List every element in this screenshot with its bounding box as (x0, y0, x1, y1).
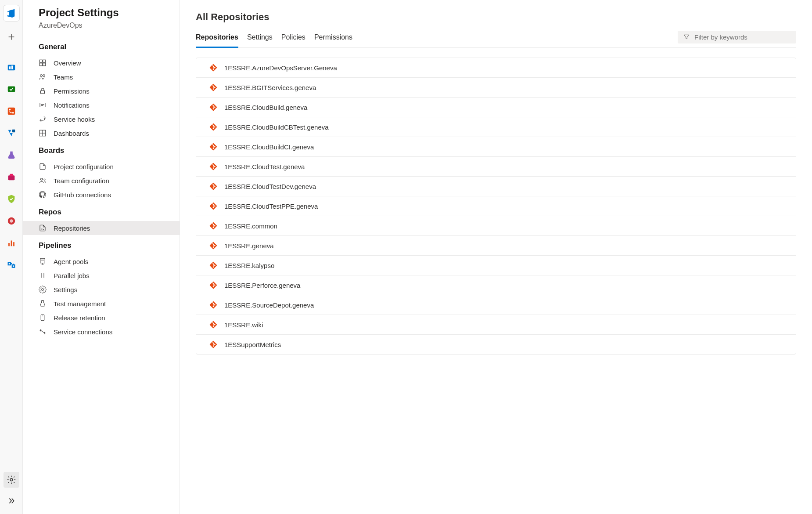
rail-pipelines-icon[interactable] (4, 125, 19, 141)
rail-service-icon[interactable] (4, 213, 19, 229)
rail-analytics-icon[interactable] (4, 235, 19, 251)
rail-boards-icon[interactable] (4, 81, 19, 97)
repo-row[interactable]: 1ESSRE.geneva (196, 236, 796, 256)
nav-item-release-retention[interactable]: Release retention (23, 311, 180, 325)
git-repo-icon (209, 261, 217, 269)
repo-name: 1ESSRE.kalypso (224, 262, 274, 269)
git-repo-icon (209, 222, 217, 230)
repo-row[interactable]: 1ESSupportMetrics (196, 335, 796, 354)
svg-rect-9 (12, 130, 14, 132)
repo-row[interactable]: 1ESSRE.kalypso (196, 256, 796, 275)
main-content: All Repositories RepositoriesSettingsPol… (180, 0, 812, 514)
nav-item-settings[interactable]: Settings (23, 282, 180, 297)
repo-row[interactable]: 1ESSRE.CloudTest.geneva (196, 157, 796, 177)
tab-row: RepositoriesSettingsPoliciesPermissions (196, 30, 796, 48)
tab-policies[interactable]: Policies (281, 30, 305, 48)
git-repo-icon (209, 83, 217, 91)
svg-point-32 (44, 179, 45, 180)
git-repo-icon (209, 281, 217, 289)
nav-item-project-configuration[interactable]: Project configuration (23, 159, 180, 174)
repo-row[interactable]: 1ESSRE.CloudBuildCI.geneva (196, 137, 796, 157)
nav-item-label: Agent pools (54, 258, 88, 265)
team-configuration-icon (39, 177, 47, 185)
tabs-container: RepositoriesSettingsPoliciesPermissions (196, 30, 352, 47)
git-repo-icon (209, 340, 217, 348)
repo-name: 1ESSRE.common (224, 222, 277, 230)
rail-overview-icon[interactable] (4, 59, 19, 75)
nav-item-github-connections[interactable]: GitHub connections (23, 188, 180, 202)
add-icon[interactable] (4, 29, 19, 45)
repo-row[interactable]: 1ESSRE.AzureDevOpsServer.Geneva (196, 58, 796, 78)
repositories-icon (39, 224, 47, 232)
nav-item-repositories[interactable]: Repositories (23, 221, 180, 235)
svg-point-23 (43, 75, 45, 77)
nav-item-service-connections[interactable]: Service connections (23, 325, 180, 339)
nav-item-parallel-jobs[interactable]: Parallel jobs (23, 268, 180, 282)
project-name[interactable]: AzureDevOps (39, 22, 164, 29)
azure-devops-logo-icon[interactable] (4, 5, 19, 21)
svg-rect-24 (41, 90, 45, 94)
repo-row[interactable]: 1ESSRE.BGITServices.geneva (196, 78, 796, 98)
filter-input[interactable] (694, 33, 791, 41)
repo-row[interactable]: 1ESSRE.SourceDepot.geneva (196, 295, 796, 315)
svg-rect-33 (40, 258, 45, 263)
svg-rect-5 (7, 87, 15, 92)
nav-item-test-management[interactable]: Test management (23, 297, 180, 311)
repo-row[interactable]: 1ESSRE.CloudBuild.geneva (196, 98, 796, 117)
repo-row[interactable]: 1ESSRE.CloudTestDev.geneva (196, 177, 796, 196)
nav-item-label: Dashboards (54, 130, 89, 137)
tab-settings[interactable]: Settings (247, 30, 273, 48)
nav-item-overview[interactable]: Overview (23, 56, 180, 70)
svg-point-13 (10, 219, 13, 222)
nav-item-permissions[interactable]: Permissions (23, 84, 180, 98)
repo-name: 1ESSRE.CloudTestPPE.geneva (224, 203, 318, 210)
nav-item-label: Service connections (54, 328, 112, 336)
settings-sidebar: Project Settings AzureDevOps GeneralOver… (23, 0, 180, 514)
nav-item-notifications[interactable]: Notifications (23, 98, 180, 112)
svg-rect-3 (9, 66, 11, 69)
svg-rect-20 (40, 63, 42, 66)
tab-repositories[interactable]: Repositories (196, 30, 238, 48)
filter-box[interactable] (678, 31, 796, 43)
repo-row[interactable]: 1ESSRE.Perforce.geneva (196, 275, 796, 295)
github-connections-icon (39, 191, 47, 199)
settings-gear-icon[interactable] (4, 472, 19, 488)
repo-name: 1ESSupportMetrics (224, 341, 281, 348)
svg-point-31 (41, 178, 43, 181)
repo-row[interactable]: 1ESSRE.common (196, 216, 796, 236)
nav-item-label: Teams (54, 73, 73, 81)
rail-test-plans-icon[interactable] (4, 147, 19, 163)
svg-point-22 (40, 75, 43, 77)
test-management-icon (39, 300, 47, 308)
svg-rect-19 (43, 60, 46, 62)
repo-row[interactable]: 1ESSRE.CloudTestPPE.geneva (196, 196, 796, 216)
repo-name: 1ESSRE.Perforce.geneva (224, 282, 300, 289)
repo-name: 1ESSRE.BGITServices.geneva (224, 84, 316, 91)
nav-item-dashboards[interactable]: Dashboards (23, 126, 180, 140)
nav-item-label: Release retention (54, 314, 105, 322)
dashboards-icon (39, 129, 47, 137)
repo-row[interactable]: 1ESSRE.CloudBuildCBTest.geneva (196, 117, 796, 137)
rail-extension-icon[interactable] (4, 257, 19, 273)
rail-repos-icon[interactable] (4, 103, 19, 119)
svg-rect-6 (7, 108, 15, 115)
nav-item-label: Notifications (54, 101, 90, 109)
tab-permissions[interactable]: Permissions (314, 30, 352, 48)
git-repo-icon (209, 123, 217, 131)
release-retention-icon (39, 314, 47, 322)
rail-divider (5, 53, 18, 53)
nav-item-label: Repositories (54, 224, 90, 232)
nav-item-agent-pools[interactable]: Agent pools (23, 254, 180, 268)
rail-artifacts-icon[interactable] (4, 169, 19, 185)
project-configuration-icon (39, 163, 47, 170)
svg-point-17 (10, 478, 13, 481)
rail-compliance-icon[interactable] (4, 191, 19, 207)
filter-icon (683, 33, 690, 40)
nav-item-teams[interactable]: Teams (23, 70, 180, 84)
expand-rail-icon[interactable] (4, 493, 19, 509)
nav-item-team-configuration[interactable]: Team configuration (23, 174, 180, 188)
repo-row[interactable]: 1ESSRE.wiki (196, 315, 796, 335)
nav-item-service-hooks[interactable]: Service hooks (23, 112, 180, 126)
svg-point-39 (42, 289, 44, 291)
git-repo-icon (209, 163, 217, 170)
